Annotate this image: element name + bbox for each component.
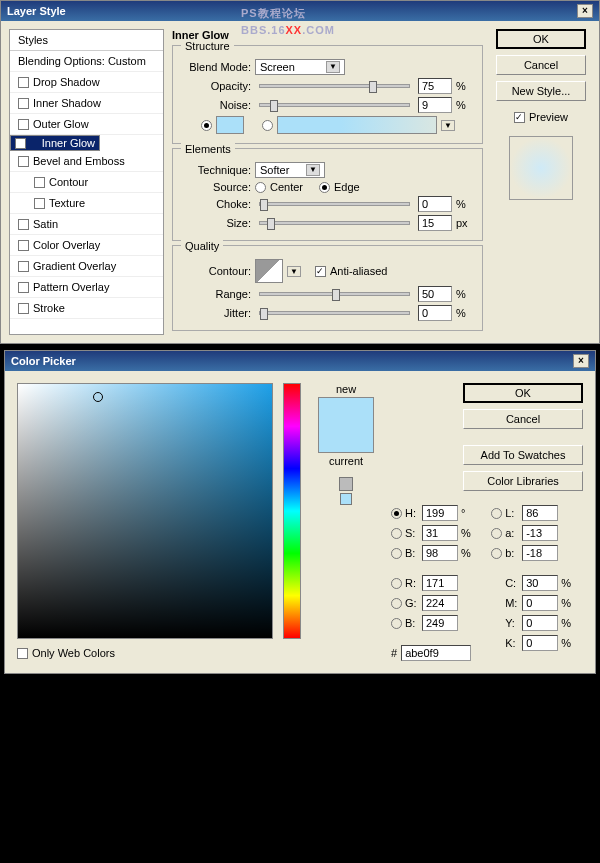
source-edge-radio[interactable] — [319, 182, 330, 193]
bc-radio[interactable] — [391, 618, 402, 629]
gamut-warning-icon[interactable] — [339, 477, 353, 491]
anti-aliased-checkbox[interactable]: ✓ — [315, 266, 326, 277]
style-contour[interactable]: Contour — [10, 172, 163, 193]
color-libraries-button[interactable]: Color Libraries — [463, 471, 583, 491]
checkbox[interactable] — [18, 77, 29, 88]
size-slider[interactable] — [259, 221, 410, 225]
glow-gradient[interactable] — [277, 116, 437, 134]
color-radio[interactable] — [201, 120, 212, 131]
chevron-down-icon[interactable]: ▼ — [441, 120, 455, 131]
style-gradient-overlay[interactable]: Gradient Overlay — [10, 256, 163, 277]
b-radio[interactable] — [391, 548, 402, 559]
h-input[interactable]: 199 — [422, 505, 458, 521]
checkbox[interactable] — [18, 303, 29, 314]
source-center-radio[interactable] — [255, 182, 266, 193]
s-input[interactable]: 31 — [422, 525, 458, 541]
style-inner-shadow[interactable]: Inner Shadow — [10, 93, 163, 114]
k-input[interactable]: 0 — [522, 635, 558, 651]
noise-input[interactable]: 9 — [418, 97, 452, 113]
m-input[interactable]: 0 — [522, 595, 558, 611]
technique-select[interactable]: Softer▼ — [255, 162, 325, 178]
chevron-down-icon: ▼ — [326, 61, 340, 73]
layer-style-dialog: Layer Style PS教程论坛 BBS.16XX.COM × Styles… — [0, 0, 600, 344]
g-radio[interactable] — [391, 598, 402, 609]
r-radio[interactable] — [391, 578, 402, 589]
elements-group: Elements Technique: Softer▼ Source: Cent… — [172, 148, 483, 241]
glow-color-swatch[interactable] — [216, 116, 244, 134]
gradient-radio[interactable] — [262, 120, 273, 131]
new-style-button[interactable]: New Style... — [496, 81, 586, 101]
style-texture[interactable]: Texture — [10, 193, 163, 214]
opacity-input[interactable]: 75 — [418, 78, 452, 94]
bv-input[interactable]: 98 — [422, 545, 458, 561]
checkbox[interactable] — [18, 98, 29, 109]
close-icon[interactable]: × — [573, 354, 589, 368]
new-current-swatch[interactable] — [318, 397, 374, 453]
style-outer-glow[interactable]: Outer Glow — [10, 114, 163, 135]
checkbox[interactable] — [18, 119, 29, 130]
add-swatch-button[interactable]: Add To Swatches — [463, 445, 583, 465]
size-input[interactable]: 15 — [418, 215, 452, 231]
quality-group: Quality Contour: ▼ ✓ Anti-aliased Range:… — [172, 245, 483, 331]
cancel-button[interactable]: Cancel — [496, 55, 586, 75]
styles-list: Styles Blending Options: Custom Drop Sha… — [9, 29, 164, 335]
color-picker-titlebar[interactable]: Color Picker × — [5, 351, 595, 371]
h-radio[interactable] — [391, 508, 402, 519]
checkbox[interactable] — [18, 156, 29, 167]
lb-radio[interactable] — [491, 548, 502, 559]
a-radio[interactable] — [491, 528, 502, 539]
c-input[interactable]: 30 — [522, 575, 558, 591]
opacity-slider[interactable] — [259, 84, 410, 88]
hex-input[interactable]: abe0f9 — [401, 645, 471, 661]
l-input[interactable]: 86 — [522, 505, 558, 521]
g-input[interactable]: 224 — [422, 595, 458, 611]
checkbox[interactable] — [34, 198, 45, 209]
y-input[interactable]: 0 — [522, 615, 558, 631]
color-cursor-icon — [93, 392, 103, 402]
style-bevel[interactable]: Bevel and Emboss — [10, 151, 163, 172]
style-inner-glow[interactable]: ✓Inner Glow — [10, 135, 100, 151]
cancel-button[interactable]: Cancel — [463, 409, 583, 429]
choke-input[interactable]: 0 — [418, 196, 452, 212]
preview-checkbox[interactable]: ✓ — [514, 112, 525, 123]
style-pattern-overlay[interactable]: Pattern Overlay — [10, 277, 163, 298]
contour-picker[interactable] — [255, 259, 283, 283]
style-color-overlay[interactable]: Color Overlay — [10, 235, 163, 256]
s-radio[interactable] — [391, 528, 402, 539]
r-input[interactable]: 171 — [422, 575, 458, 591]
color-field[interactable] — [17, 383, 273, 639]
checkbox[interactable] — [18, 282, 29, 293]
jitter-slider[interactable] — [259, 311, 410, 315]
choke-slider[interactable] — [259, 202, 410, 206]
layer-style-titlebar[interactable]: Layer Style PS教程论坛 BBS.16XX.COM × — [1, 1, 599, 21]
checkbox[interactable] — [18, 219, 29, 230]
range-slider[interactable] — [259, 292, 410, 296]
ok-button[interactable]: OK — [496, 29, 586, 49]
only-web-checkbox[interactable] — [17, 648, 28, 659]
blend-mode-select[interactable]: Screen▼ — [255, 59, 345, 75]
lb-input[interactable]: -18 — [522, 545, 558, 561]
noise-slider[interactable] — [259, 103, 410, 107]
watermark: PS教程论坛 BBS.16XX.COM — [241, 4, 335, 37]
checkbox[interactable] — [18, 240, 29, 251]
close-icon[interactable]: × — [577, 4, 593, 18]
blending-options[interactable]: Blending Options: Custom — [10, 51, 163, 72]
chevron-down-icon: ▼ — [306, 164, 320, 176]
a-input[interactable]: -13 — [522, 525, 558, 541]
ok-button[interactable]: OK — [463, 383, 583, 403]
structure-group: Structure Blend Mode: Screen▼ Opacity: 7… — [172, 45, 483, 144]
styles-header[interactable]: Styles — [10, 30, 163, 51]
hue-slider[interactable] — [283, 383, 301, 639]
range-input[interactable]: 50 — [418, 286, 452, 302]
style-drop-shadow[interactable]: Drop Shadow — [10, 72, 163, 93]
chevron-down-icon[interactable]: ▼ — [287, 266, 301, 277]
style-satin[interactable]: Satin — [10, 214, 163, 235]
websafe-swatch[interactable] — [340, 493, 352, 505]
jitter-input[interactable]: 0 — [418, 305, 452, 321]
checkbox[interactable] — [18, 261, 29, 272]
style-stroke[interactable]: Stroke — [10, 298, 163, 319]
bc-input[interactable]: 249 — [422, 615, 458, 631]
checkbox[interactable]: ✓ — [15, 138, 26, 149]
checkbox[interactable] — [34, 177, 45, 188]
l-radio[interactable] — [491, 508, 502, 519]
